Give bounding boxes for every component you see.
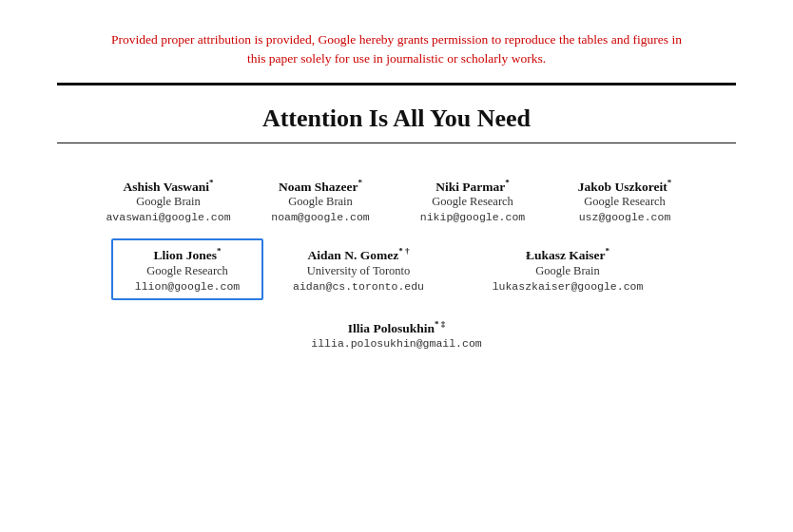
author-name: Aidan N. Gomez* † [308, 246, 410, 263]
author-name: Łukasz Kaiser* [526, 246, 609, 263]
author-affil: Google Research [432, 195, 513, 209]
author-email: lukaszkaiser@google.com [493, 280, 644, 293]
attribution-notice: Provided proper attribution is provided,… [102, 30, 691, 69]
author-name: Ashish Vaswani* [124, 178, 214, 195]
authors-row-3: Illia Polosukhin* ‡ illia.polosukhin@gma… [57, 312, 736, 358]
author-uszkoreit: Jakob Uszkoreit* Google Research usz@goo… [549, 170, 701, 232]
author-kaiser: Łukasz Kaiser* Google Brain lukaszkaiser… [454, 238, 682, 300]
author-shazeer: Noam Shazeer* Google Brain noam@google.c… [244, 170, 396, 232]
author-affil: Google Brain [535, 264, 600, 278]
authors-section: Ashish Vaswani* Google Brain avaswani@go… [57, 170, 736, 366]
author-affil: Google Brain [288, 195, 353, 209]
author-email: illia.polosukhin@gmail.com [311, 337, 481, 350]
authors-row-2: Llion Jones* Google Research llion@googl… [57, 238, 736, 300]
author-name: Noam Shazeer* [279, 178, 362, 195]
author-jones: Llion Jones* Google Research llion@googl… [111, 238, 263, 300]
author-email: aidan@cs.toronto.edu [293, 280, 424, 293]
author-polosukhin: Illia Polosukhin* ‡ illia.polosukhin@gma… [300, 312, 493, 358]
author-email: usz@google.com [579, 211, 671, 223]
author-affil: Google Research [146, 264, 228, 278]
author-email: noam@google.com [271, 211, 370, 223]
author-parmar: Niki Parmar* Google Research nikip@googl… [396, 170, 549, 232]
author-email: avaswani@google.com [106, 211, 230, 223]
authors-row-1: Ashish Vaswani* Google Brain avaswani@go… [57, 170, 736, 232]
author-name: Niki Parmar* [435, 178, 510, 195]
bottom-divider [57, 142, 736, 143]
author-vaswani: Ashish Vaswani* Google Brain avaswani@go… [92, 170, 244, 232]
author-email: nikip@google.com [420, 211, 525, 223]
author-gomez: Aidan N. Gomez* † University of Toronto … [263, 238, 454, 300]
author-name: Illia Polosukhin* ‡ [348, 319, 445, 336]
author-email: llion@google.com [135, 280, 240, 293]
author-affil: Google Research [584, 195, 666, 209]
author-affil: Google Brain [136, 195, 201, 209]
author-name: Llion Jones* [154, 246, 222, 263]
author-name: Jakob Uszkoreit* [578, 178, 671, 195]
paper-title: Attention Is All You Need [262, 104, 531, 133]
top-divider [57, 83, 736, 86]
author-affil: University of Toronto [307, 264, 411, 278]
